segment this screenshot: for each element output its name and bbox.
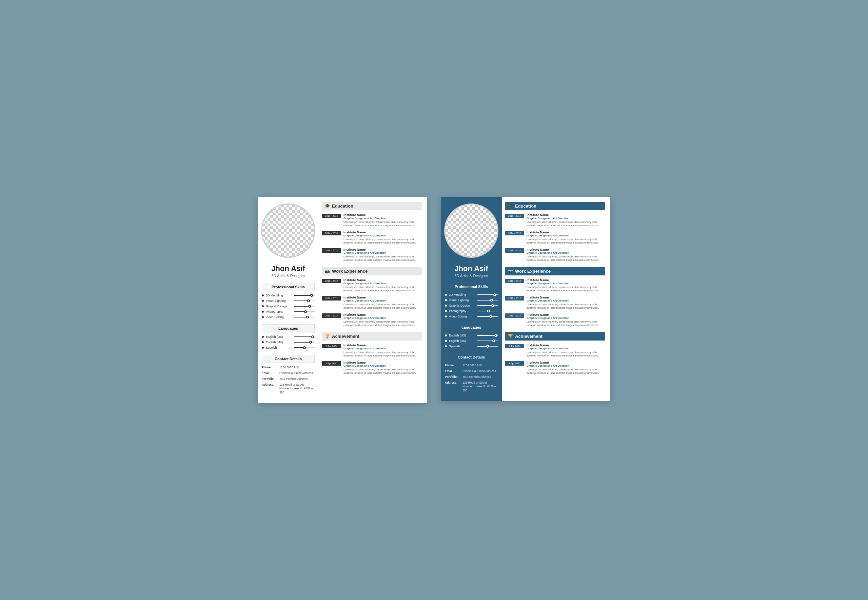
entry-desc: Lorem ipsum dolor sit amet, consectetuer… xyxy=(526,238,605,245)
name-area: Jhon Asif 3D Artist & Designer xyxy=(268,261,308,279)
entry-subtitle: Graphic Design and Art Direction xyxy=(526,299,605,302)
skill-label: Video Editing xyxy=(266,315,293,319)
skill-dot xyxy=(445,310,447,312)
skill-dot xyxy=(262,316,264,318)
entry-desc: Lorem ipsum dolor sit amet, consectetuer… xyxy=(343,255,422,262)
main-section-achievement: 🏆 Achievement 7 Jan 2024 Institute Name … xyxy=(322,332,422,375)
entry-desc: Lorem ipsum dolor sit amet, consectetuer… xyxy=(343,286,422,293)
skill-label: 3D Modeling xyxy=(449,293,476,297)
contact-label: Email: xyxy=(262,371,280,376)
skill-knob xyxy=(303,346,306,349)
date-badge: 2010 - 2014 xyxy=(505,214,524,218)
skill-bar-fill xyxy=(477,300,491,300)
entry-subtitle: Graphic Design and Art Direction xyxy=(343,347,422,350)
entry-subtitle: Graphic Design and Art Direction xyxy=(526,234,605,237)
date-badge: 2014 - 2015 xyxy=(322,231,341,235)
contact-section: Contact Details Phone: 1234 5678 910 Ema… xyxy=(441,353,502,394)
entry-desc: Lorem ipsum dolor sit amet, consectetuer… xyxy=(343,351,422,358)
section-icon: 🎓 xyxy=(508,203,513,208)
entry-subtitle: Graphic Design and Art Direction xyxy=(526,282,605,285)
skill-bar-fill xyxy=(477,341,494,341)
entry-title: Institute Name xyxy=(526,278,605,282)
skill-bar-fill xyxy=(294,295,312,296)
skill-label: Spanish xyxy=(266,346,293,349)
skill-label: English (US) xyxy=(449,334,476,337)
entry-desc: Lorem ipsum dolor sit amet, consectetuer… xyxy=(526,351,605,358)
person-title: 3D Artist & Designer xyxy=(454,274,488,278)
date-badge: 2010 - 2012 xyxy=(322,279,341,283)
contact-value: 123 Road or Street Number House No #456 … xyxy=(463,381,498,393)
skill-item: English (UK) xyxy=(262,341,315,344)
skill-bar-fill xyxy=(477,305,493,306)
skill-bar-fill xyxy=(294,317,307,317)
entry: 2014 - 2015 Institute Name Graphic Desig… xyxy=(322,230,422,245)
entry: 2010 - 2012 Institute Name Graphic Desig… xyxy=(322,313,422,327)
skill-knob xyxy=(307,300,310,302)
section-title: Achievement xyxy=(332,334,359,339)
contact-value: 1234 5678 910 xyxy=(463,364,482,368)
entry-body: Institute Name Graphic Design and Art Di… xyxy=(343,230,422,245)
skill-bar-track xyxy=(294,311,315,312)
skill-bar-track xyxy=(477,300,498,300)
entry-subtitle: Graphic Design and Art Direction xyxy=(343,317,422,320)
contact-label: Phone: xyxy=(445,364,463,368)
skill-label: English (US) xyxy=(266,335,293,338)
sidebar: Jhon Asif 3D Artist & Designer Professio… xyxy=(441,197,502,402)
skill-bar-track xyxy=(477,294,498,295)
main-section-education: 🎓 Education 2010 - 2014 Institute Name G… xyxy=(505,202,605,262)
entry-title: Institute Name xyxy=(343,213,422,217)
date-badge: 7 Jan 2024 xyxy=(505,344,524,348)
entry-body: Institute Name Graphic Design and Art Di… xyxy=(526,248,605,262)
contact-row: Portfolio: Your Portfolio Address xyxy=(262,377,315,381)
skill-item: English (UK) xyxy=(445,339,498,342)
skill-item: Photography xyxy=(445,309,498,313)
skill-dot xyxy=(445,315,447,317)
skill-bar-fill xyxy=(294,336,313,337)
entry-title: Institute Name xyxy=(343,278,422,282)
date-badge: 2010 - 2014 xyxy=(322,214,341,218)
skill-knob xyxy=(491,304,494,307)
section-header: 📷 Work Experience xyxy=(505,267,605,276)
skill-item: English (US) xyxy=(445,334,498,337)
main-section-achievement: 🏆 Achievement 7 Jan 2024 Institute Name … xyxy=(505,332,605,375)
profile-photo xyxy=(444,203,498,258)
skill-bar-fill xyxy=(294,306,310,307)
entry-body: Institute Name Graphic Design and Art Di… xyxy=(526,230,605,245)
entry: 2010 - 2012 Institute Name Graphic Desig… xyxy=(505,278,605,293)
main-content: 🎓 Education 2010 - 2014 Institute Name G… xyxy=(502,197,610,402)
section-icon: 📷 xyxy=(508,269,513,273)
entry-title: Institute Name xyxy=(526,313,605,317)
main-section-work-experience: 📷 Work Experience 2010 - 2012 Institute … xyxy=(322,267,422,327)
entry: 3 Apr 2025 Institute Name Graphic Design… xyxy=(505,361,605,375)
entry-subtitle: Graphic Design and Art Direction xyxy=(526,217,605,220)
skill-bar-fill xyxy=(294,300,308,301)
skill-knob xyxy=(308,305,311,308)
skill-dot xyxy=(262,300,264,302)
date-badge: 2018 - 2022 xyxy=(322,248,341,253)
skill-bar-track xyxy=(294,300,315,301)
contact-label: Portfolio: xyxy=(262,377,280,381)
languages-heading: Languages xyxy=(262,324,315,332)
contact-value: Example@ Email Address xyxy=(280,371,313,376)
skill-item: English (US) xyxy=(262,335,315,338)
person-name: Jhon Asif xyxy=(454,265,488,273)
skill-bar-track xyxy=(477,335,498,336)
page-wrapper: Jhon Asif 3D Artist & Designer Professio… xyxy=(258,197,610,404)
skill-item: Photography xyxy=(262,310,315,314)
skill-label: Video Editing xyxy=(449,315,476,318)
entry-body: Institute Name Graphic Design and Art Di… xyxy=(526,313,605,327)
entry: 2010 - 2012 Institute Name Graphic Desig… xyxy=(322,278,422,293)
main-section-work-experience: 📷 Work Experience 2010 - 2012 Institute … xyxy=(505,267,605,327)
date-badge: 2010 - 2012 xyxy=(505,314,524,318)
entry-body: Institute Name Graphic Design and Art Di… xyxy=(526,361,605,375)
skill-knob xyxy=(306,316,309,318)
date-badge: 2010 - 2012 xyxy=(505,279,524,283)
skill-dot xyxy=(445,305,447,307)
entry-body: Institute Name Graphic Design and Art Di… xyxy=(526,295,605,310)
skill-item: Video Editing xyxy=(445,315,498,318)
languages-section: Languages English (US) English (UK) xyxy=(258,324,319,352)
skill-bar-track xyxy=(294,295,315,296)
skill-dot xyxy=(262,305,264,307)
entry-subtitle: Graphic Design and Art Direction xyxy=(526,347,605,350)
contact-row: Phone: 1234 5678 910 xyxy=(262,366,315,370)
